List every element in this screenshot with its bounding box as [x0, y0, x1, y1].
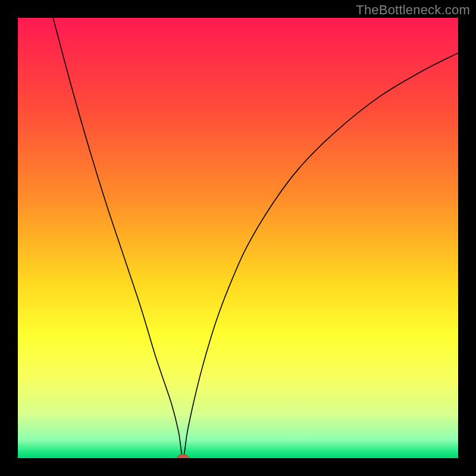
chart-frame: TheBottleneck.com	[0, 0, 476, 476]
plot-area	[18, 18, 458, 458]
chart-svg	[18, 18, 458, 458]
gradient-background	[18, 18, 458, 458]
watermark-text: TheBottleneck.com	[356, 2, 470, 18]
